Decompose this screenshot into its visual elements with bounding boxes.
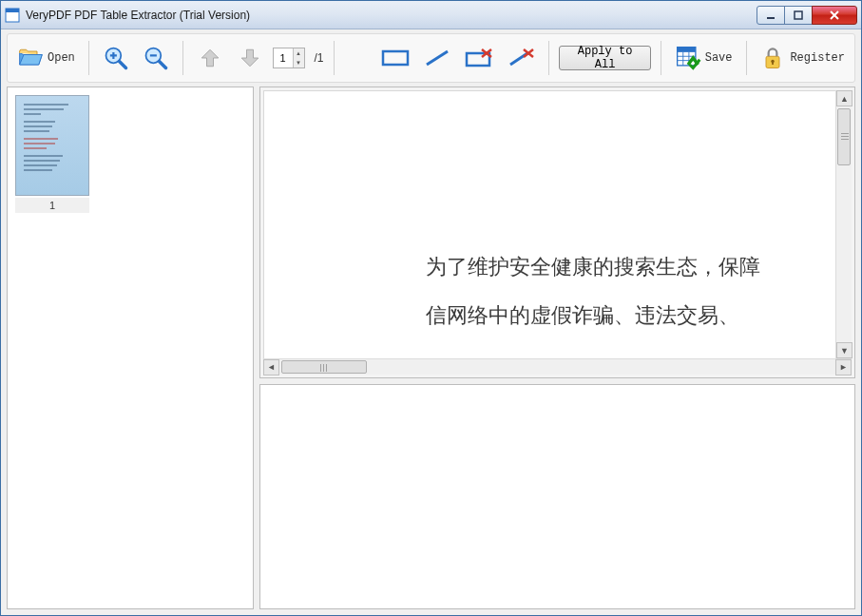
separator [88,41,89,75]
zoom-in-button[interactable] [99,43,133,73]
titlebar[interactable]: VeryPDF PDF Table Extractor (Trial Versi… [1,1,861,29]
thumbnails-pane[interactable]: 1 [7,87,254,609]
main-window: VeryPDF PDF Table Extractor (Trial Versi… [0,0,862,616]
line-icon [423,48,451,68]
line-delete-icon [507,48,535,68]
page-thumbnail[interactable] [15,95,89,196]
register-label: Register [790,51,845,65]
apply-to-all-button[interactable]: Apply to All [559,46,651,70]
rectangle-icon [381,48,410,68]
spinner-down-icon[interactable]: ▼ [294,58,304,67]
content-area: 1 为了维护安全健康的搜索生态，保障 信网络中的虚假诈骗、违法交易、 ▲ ▼ ◄ [7,87,855,609]
svg-rect-2 [767,17,775,19]
save-table-icon [675,45,701,71]
open-button[interactable]: Open [13,43,79,73]
right-pane: 为了维护安全健康的搜索生态，保障 信网络中的虚假诈骗、违法交易、 ▲ ▼ ◄ ► [259,87,855,609]
page-up-button[interactable] [193,43,227,73]
close-button[interactable] [812,6,857,25]
draw-rect-button[interactable] [377,46,413,70]
scroll-thumb[interactable] [281,360,367,374]
scroll-thumb[interactable] [837,108,851,165]
arrow-down-icon [237,45,263,71]
preview-line: 为了维护安全健康的搜索生态，保障 [426,243,760,292]
separator [334,41,335,75]
page-total-label: /1 [315,51,324,65]
preview-canvas[interactable]: 为了维护安全健康的搜索生态，保障 信网络中的虚假诈骗、违法交易、 [263,90,852,375]
save-label: Save [705,51,733,65]
zoom-out-icon [143,45,169,71]
lock-icon [759,45,786,71]
scroll-track[interactable] [279,359,835,375]
scroll-down-icon[interactable]: ▼ [836,342,852,358]
save-button[interactable]: Save [671,43,737,73]
separator [746,41,747,75]
minimize-button[interactable] [757,6,785,25]
scroll-right-icon[interactable]: ► [835,359,852,375]
svg-rect-9 [677,48,695,52]
preview-text: 为了维护安全健康的搜索生态，保障 信网络中的虚假诈骗、违法交易、 [426,243,760,339]
maximize-button[interactable] [784,6,813,25]
zoom-out-button[interactable] [139,43,173,73]
page-number-input[interactable]: ▲ ▼ [273,48,305,68]
caption-buttons [757,6,857,25]
toolbar: Open ▲ ▼ [7,33,855,83]
window-title: VeryPDF PDF Table Extractor (Trial Versi… [26,9,757,22]
draw-line-button[interactable] [419,46,455,70]
preview-line: 信网络中的虚假诈骗、违法交易、 [426,292,760,340]
vertical-scrollbar[interactable]: ▲ ▼ [835,90,852,358]
output-pane[interactable] [259,384,855,609]
page-down-button[interactable] [233,43,267,73]
spinner-up-icon[interactable]: ▲ [294,48,304,58]
open-label: Open [48,51,75,65]
zoom-in-icon [103,45,129,71]
separator [548,41,549,75]
svg-rect-6 [383,51,408,65]
scroll-track[interactable] [836,106,852,342]
svg-rect-1 [6,9,19,12]
scroll-left-icon[interactable]: ◄ [263,359,279,375]
separator [182,41,183,75]
page-number-field[interactable] [274,48,293,67]
register-button[interactable]: Register [756,43,849,73]
thumbnail-item[interactable]: 1 [15,95,89,213]
separator [661,41,661,75]
preview-pane[interactable]: 为了维护安全健康的搜索生态，保障 信网络中的虚假诈骗、违法交易、 ▲ ▼ ◄ ► [259,87,855,378]
delete-line-button[interactable] [503,46,539,70]
svg-rect-3 [795,11,802,19]
scroll-up-icon[interactable]: ▲ [836,90,852,106]
thumbnail-page-number: 1 [15,198,89,213]
spinner-arrows[interactable]: ▲ ▼ [293,48,304,67]
rectangle-delete-icon [465,48,493,68]
horizontal-scrollbar[interactable]: ◄ ► [263,358,852,375]
svg-rect-12 [773,62,775,66]
delete-rect-button[interactable] [461,46,497,70]
app-icon [5,8,20,23]
folder-open-icon [17,45,44,71]
arrow-up-icon [197,45,223,71]
